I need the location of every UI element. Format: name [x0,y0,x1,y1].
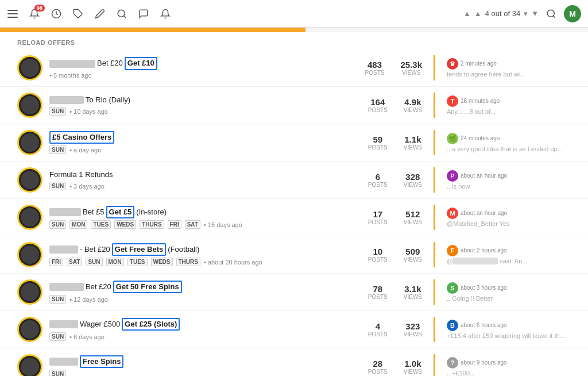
recent-activity: ?about 9 hours ago...+£100... [447,357,579,376]
thread-title: Formula 1 Refunds [49,170,361,180]
clock-icon[interactable] [51,8,62,20]
day-badge: SUN [49,107,66,116]
thread-item[interactable]: ████ Wager £500 Get £25 (Slots)SUN• 6 da… [0,311,588,348]
activity-user-badge: F [447,245,458,256]
posts-count: 17 [368,209,388,219]
activity-time: about 6 hours ago [461,322,507,328]
thread-content: ████Bet £20Get £10• 5 months ago [49,57,358,78]
views-stat: 4.9kVIEWS [404,97,422,113]
svg-point-5 [118,10,125,17]
activity-text: tends to agree here but wi... [447,71,567,78]
nav-search-icon[interactable] [546,8,557,20]
activity-time: about 9 hours ago [461,359,507,366]
thread-item[interactable]: ████Free SpinsSUN28POSTS1.0kVIEWS?about … [0,348,588,376]
activity-time: about an hour ago [461,172,507,179]
thread-time: • 10 days ago [69,108,108,115]
title-blurred: ████ [49,245,78,254]
posts-stat: 483POSTS [365,60,385,76]
thread-time: • 12 days ago [69,296,108,303]
day-badge: WEDS [151,258,173,266]
day-badge: SUN [49,145,66,154]
user-avatar[interactable]: M [564,5,581,22]
day-badge: SUN [49,295,66,304]
views-count: 328 [404,172,422,182]
title-text: Bet £5 [83,207,105,217]
nav-left: 98 [7,8,171,20]
views-label: VIEWS [404,369,422,375]
comment-icon[interactable] [138,8,149,20]
posts-stat: 28POSTS [368,359,388,375]
thread-content: ████ To Rio (Daily)SUN• 10 days ago [49,95,361,116]
posts-label: POSTS [368,369,388,375]
activity-user-badge: ♛ [447,58,458,70]
thread-title: £5 Casino Offers [49,131,361,144]
thread-item[interactable]: £5 Casino OffersSUN• a day ago59POSTS1.1… [0,124,588,162]
recent-activity: ♛2 minutes agotends to agree here but wi… [447,58,579,78]
title-text: Wager £500 [80,319,120,329]
activity-text: +£15.4 after £50 wagering will leave it … [447,332,567,339]
thread-avatar [17,279,42,305]
thread-title: ████Bet £20Get £10 [49,57,358,70]
recent-activity: T16 minutes agoAny... ...8 out of... [447,95,579,115]
title-blurred: ████ [49,96,84,104]
recent-activity: Pabout an hour ago...is now [447,170,579,190]
hamburger-icon[interactable] [7,8,18,20]
views-count: 1.1k [404,135,422,144]
thread-time: • 5 months ago [49,72,92,79]
day-badge: THURS [176,258,200,266]
bell-icon[interactable] [160,8,171,20]
title-text: - Bet £20 [80,244,110,255]
thread-stats: 17POSTS512VIEWS [368,209,422,225]
thread-meta: SUN• a day ago [49,145,361,154]
thread-item[interactable]: ████ Bet £5 Get £5 (In-store)SUNMONTUESW… [0,199,588,236]
arrow-up2-icon[interactable]: ▲ [474,9,482,18]
svg-line-6 [123,16,125,17]
activity-time: about 2 hours ago [461,247,507,254]
activity-user-badge: B [447,320,458,331]
activity-header: T16 minutes ago [447,95,579,107]
activity-time: 16 minutes ago [461,98,500,104]
thread-item[interactable]: Formula 1 RefundsSUN• 3 days ago6POSTS32… [0,162,588,199]
arrow-down-icon[interactable]: ▼ [531,9,539,18]
posts-stat: 10POSTS [368,247,388,263]
thread-item[interactable]: ████ To Rio (Daily)SUN• 10 days ago164PO… [0,87,588,124]
posts-count: 6 [368,172,388,182]
tag-icon[interactable] [72,8,84,20]
title-blurred: ████ [49,60,95,68]
posts-stat: 17POSTS [368,209,388,225]
thread-item[interactable]: ████ Bet £20 Get 50 Free SpinsSUN• 12 da… [0,274,588,311]
thread-stats: 78POSTS3.1kVIEWS [368,284,422,300]
pen-icon[interactable] [94,8,106,20]
chevron-down-icon[interactable]: ▾ [524,9,528,18]
title-blurred: ████ [49,208,81,216]
posts-stat: 164POSTS [368,97,388,113]
arrow-up-icon[interactable]: ▲ [463,9,471,18]
thread-item[interactable]: ████ - Bet £20 Get Free Bets (Football)F… [0,236,588,274]
progress-bar [0,28,588,32]
day-badge: SAT [67,258,82,266]
thread-stats: 59POSTS1.1kVIEWS [368,135,422,151]
title-blurred: ████ [49,320,78,328]
title-blurred: ████ [49,358,78,366]
notifications-icon[interactable]: 98 [29,8,40,20]
orange-divider [434,93,435,118]
search-icon[interactable] [116,8,127,20]
views-label: VIEWS [404,294,422,300]
activity-header: 🌿24 minutes ago [447,133,579,144]
posts-stat: 59POSTS [368,135,388,151]
thread-content: ████ - Bet £20 Get Free Bets (Football)F… [49,243,361,266]
notification-badge: 98 [34,5,45,11]
thread-meta: FRISATSUNMONTUESWEDSTHURS• about 20 hour… [49,258,361,266]
thread-item[interactable]: ████Bet £20Get £10• 5 months ago483POSTS… [0,49,588,87]
recent-activity: Fabout 2 hours ago@██████████ said: An..… [447,245,579,264]
day-badge: SUN [49,332,66,341]
views-label: VIEWS [404,256,422,263]
thread-content: Formula 1 RefundsSUN• 3 days ago [49,170,361,190]
thread-meta: SUNMONTUESWEDSTHURSFRISAT• 15 days ago [49,220,361,229]
title-text: Formula 1 Refunds [49,170,113,180]
thread-stats: 4POSTS323VIEWS [368,321,422,337]
activity-header: Babout 6 hours ago [447,320,579,331]
recent-activity: Sabout 3 hours ago...Going !! Better [447,282,579,302]
posts-count: 59 [368,135,388,144]
views-label: VIEWS [404,331,422,337]
